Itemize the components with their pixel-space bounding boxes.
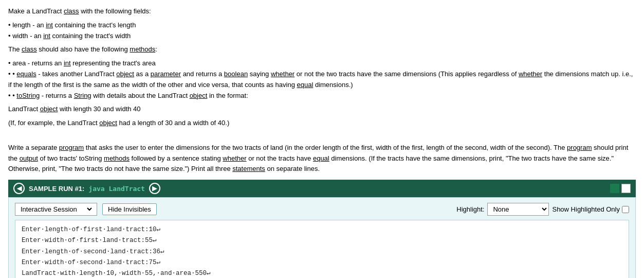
main-content: Make a LandTract class with the followin… (0, 0, 644, 278)
show-highlighted-checkbox[interactable] (622, 206, 629, 213)
session-output: Enter·length·of·first·land·tract:10↵ Ent… (15, 220, 629, 278)
fields-list: length - an int containing the tract's l… (8, 20, 636, 42)
highlight-select[interactable]: None (487, 203, 549, 216)
session-dropdown[interactable]: Interactive Session (15, 203, 97, 216)
sample-run-right (610, 184, 631, 193)
show-highlighted-text: Show Highlighted Only (552, 205, 620, 213)
tostring-format: LandTract object with length 30 and widt… (8, 104, 636, 115)
session-select-input[interactable]: Interactive Session (19, 205, 94, 214)
sample-run-bar: ◀ SAMPLE RUN #1: java LandTract ▶ (8, 180, 636, 197)
white-square-icon[interactable] (621, 184, 631, 193)
field-width: width - an int containing the tract's wi… (8, 31, 636, 42)
methods-list: area - returns an int representing the t… (8, 58, 636, 101)
tostring-example: (If, for example, the LandTract object h… (8, 118, 636, 129)
sample-run-label: SAMPLE RUN #1: (29, 185, 84, 193)
next-sample-button[interactable]: ▶ (149, 183, 160, 194)
session-panel: Interactive Session Hide Invisibles High… (8, 197, 636, 278)
green-square-icon[interactable] (610, 184, 619, 193)
method-tostring: • toString - returns a String with detai… (8, 91, 636, 101)
highlight-section: Highlight: None Show Highlighted Only (456, 203, 629, 216)
session-toolbar: Interactive Session Hide Invisibles High… (15, 203, 629, 216)
field-length: length - an int containing the tract's l… (8, 20, 636, 31)
program-description: Write a separate program that asks the u… (8, 143, 636, 175)
sample-run-code: java LandTract (88, 185, 145, 193)
method-equals: • equals - takes another LandTract objec… (8, 69, 636, 91)
sample-run-left: ◀ SAMPLE RUN #1: java LandTract ▶ (13, 183, 160, 194)
hide-invisibles-button[interactable]: Hide Invisibles (102, 203, 157, 215)
method-area: area - returns an int representing the t… (8, 58, 636, 69)
intro-paragraph: Make a LandTract class with the followin… (8, 6, 636, 17)
methods-intro: The class should also have the following… (8, 44, 636, 55)
problem-text: Make a LandTract class with the followin… (8, 6, 636, 175)
prev-sample-button[interactable]: ◀ (13, 183, 25, 194)
highlight-label: Highlight: (456, 205, 484, 213)
show-highlighted-label: Show Highlighted Only (552, 205, 629, 213)
